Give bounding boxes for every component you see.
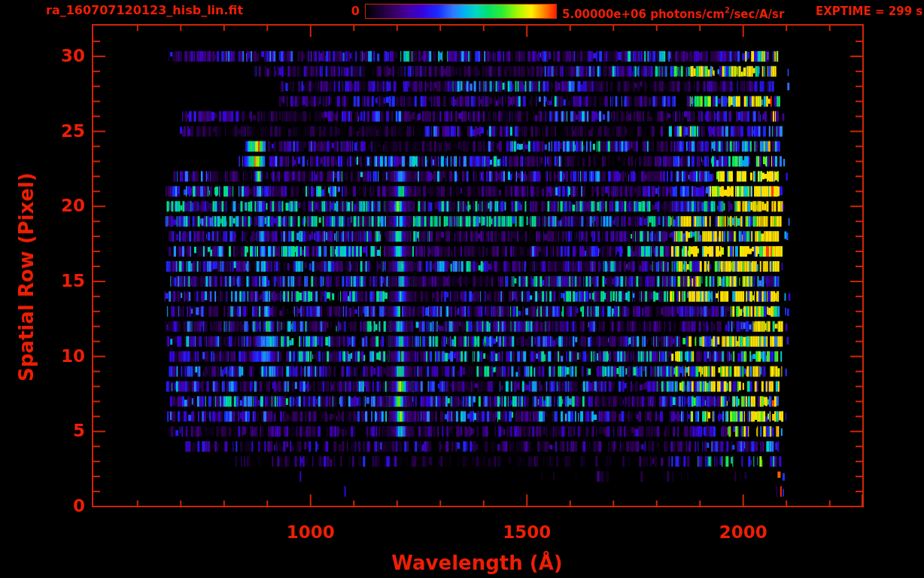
file-title: ra_160707120123_hisb_lin.fit bbox=[46, 3, 243, 18]
x-tick-label-1500: 1500 bbox=[503, 522, 551, 542]
exptime-label: EXPTIME = 299 s bbox=[816, 4, 922, 19]
spectral-image-canvas bbox=[0, 0, 924, 578]
y-tick-label-0: 0 bbox=[0, 496, 85, 516]
colorbar-max-value: 5.00000e+06 bbox=[562, 8, 646, 21]
x-tick-label-2000: 2000 bbox=[719, 522, 767, 542]
colorbar-units-suffix: /sec/A/sr bbox=[730, 8, 784, 21]
y-tick-label-10: 10 bbox=[0, 346, 85, 366]
colorbar-max-label: 5.00000e+06 photons/cm2/sec/A/sr bbox=[562, 4, 784, 22]
y-tick-label-15: 15 bbox=[0, 271, 85, 291]
y-tick-label-20: 20 bbox=[0, 196, 85, 215]
x-axis-title: Wavelength (Å) bbox=[391, 552, 562, 574]
colorbar-gradient bbox=[365, 4, 557, 19]
colorbar-units-label: photons/cm bbox=[650, 8, 725, 21]
quicklook-window: ra_160707120123_hisb_lin.fit 0 5.00000e+… bbox=[0, 0, 924, 578]
colorbar-min-label: 0 bbox=[331, 4, 360, 19]
y-tick-label-25: 25 bbox=[0, 121, 85, 141]
x-tick-label-1000: 1000 bbox=[287, 522, 335, 542]
y-tick-label-30: 30 bbox=[0, 46, 85, 65]
colorbar-units-sup: 2 bbox=[725, 6, 730, 14]
y-tick-label-5: 5 bbox=[0, 421, 85, 440]
